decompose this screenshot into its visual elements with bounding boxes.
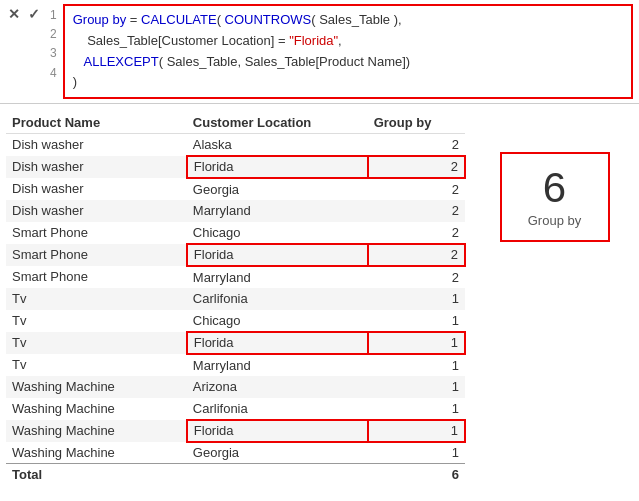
- table-row: TvCarlifonia1: [6, 288, 465, 310]
- table-row: Smart PhoneFlorida2: [6, 244, 465, 266]
- table-row: Washing MachineArizona1: [6, 376, 465, 398]
- total-row: Total 6: [6, 464, 465, 486]
- cell-product: Washing Machine: [6, 398, 187, 420]
- formula-editor[interactable]: Group by = CALCULATE ( COUNTROWS ( Sales…: [63, 4, 633, 99]
- cell-groupby: 1: [368, 442, 465, 464]
- formula-line-1: Group by = CALCULATE ( COUNTROWS ( Sales…: [73, 10, 623, 31]
- data-table: Product Name Customer Location Group by …: [6, 112, 466, 486]
- cell-groupby: 2: [368, 178, 465, 200]
- card-section: 6 Group by: [476, 112, 633, 486]
- formula-line-4: ): [73, 72, 623, 93]
- header-groupby: Group by: [368, 112, 465, 134]
- cell-groupby: 2: [368, 200, 465, 222]
- table-row: Smart PhoneMarryland2: [6, 266, 465, 288]
- header-location: Customer Location: [187, 112, 368, 134]
- table-row: Smart PhoneChicago2: [6, 222, 465, 244]
- cell-groupby: 1: [368, 420, 465, 442]
- cell-groupby: 2: [368, 156, 465, 178]
- cell-product: Tv: [6, 332, 187, 354]
- cell-location: Georgia: [187, 442, 368, 464]
- cell-location: Carlifonia: [187, 398, 368, 420]
- cell-groupby: 1: [368, 376, 465, 398]
- cell-groupby: 1: [368, 398, 465, 420]
- formula-line-2: Sales_Table[Customer Location] = "Florid…: [73, 31, 623, 52]
- cell-location: Georgia: [187, 178, 368, 200]
- cell-product: Washing Machine: [6, 420, 187, 442]
- cell-product: Dish washer: [6, 200, 187, 222]
- formula-icons: ✕ ✓: [6, 4, 42, 22]
- metric-card: 6 Group by: [500, 152, 610, 242]
- formula-line-3: ALLEXCEPT ( Sales_Table, Sales_Table[Pro…: [73, 52, 623, 73]
- cell-groupby: 2: [368, 266, 465, 288]
- cell-product: Smart Phone: [6, 222, 187, 244]
- cell-product: Tv: [6, 288, 187, 310]
- table-header-row: Product Name Customer Location Group by: [6, 112, 465, 134]
- table-row: Dish washerFlorida2: [6, 156, 465, 178]
- cell-location: Marryland: [187, 354, 368, 376]
- table-row: TvChicago1: [6, 310, 465, 332]
- table-row: Dish washerGeorgia2: [6, 178, 465, 200]
- cell-product: Smart Phone: [6, 266, 187, 288]
- cell-groupby: 1: [368, 354, 465, 376]
- formula-bar: ✕ ✓ 1 2 3 4 Group by = CALCULATE ( COUNT…: [0, 0, 639, 104]
- total-empty: [187, 464, 368, 486]
- cell-product: Washing Machine: [6, 376, 187, 398]
- cell-location: Florida: [187, 420, 368, 442]
- cell-product: Washing Machine: [6, 442, 187, 464]
- table-row: TvMarryland1: [6, 354, 465, 376]
- table-row: TvFlorida1: [6, 332, 465, 354]
- metric-label: Group by: [528, 213, 581, 228]
- cell-location: Florida: [187, 156, 368, 178]
- table-row: Dish washerAlaska2: [6, 134, 465, 156]
- table-row: Washing MachineGeorgia1: [6, 442, 465, 464]
- metric-value: 6: [543, 167, 566, 209]
- cell-location: Chicago: [187, 222, 368, 244]
- cell-groupby: 1: [368, 288, 465, 310]
- total-label: Total: [6, 464, 187, 486]
- total-value: 6: [368, 464, 465, 486]
- table-body: Dish washerAlaska2Dish washerFlorida2Dis…: [6, 134, 465, 464]
- confirm-button[interactable]: ✓: [26, 6, 42, 22]
- header-product: Product Name: [6, 112, 187, 134]
- table-row: Washing MachineFlorida1: [6, 420, 465, 442]
- cell-groupby: 2: [368, 222, 465, 244]
- cell-location: Chicago: [187, 310, 368, 332]
- cell-location: Carlifonia: [187, 288, 368, 310]
- cell-location: Marryland: [187, 200, 368, 222]
- table-row: Washing MachineCarlifonia1: [6, 398, 465, 420]
- cell-location: Marryland: [187, 266, 368, 288]
- cell-product: Dish washer: [6, 134, 187, 156]
- main-content: Product Name Customer Location Group by …: [0, 104, 639, 494]
- cell-product: Tv: [6, 354, 187, 376]
- cell-product: Tv: [6, 310, 187, 332]
- cell-groupby: 1: [368, 310, 465, 332]
- cell-location: Florida: [187, 332, 368, 354]
- cell-location: Florida: [187, 244, 368, 266]
- cancel-button[interactable]: ✕: [6, 6, 22, 22]
- cell-location: Arizona: [187, 376, 368, 398]
- cell-product: Dish washer: [6, 178, 187, 200]
- table-row: Dish washerMarryland2: [6, 200, 465, 222]
- cell-groupby: 2: [368, 134, 465, 156]
- cell-groupby: 2: [368, 244, 465, 266]
- cell-product: Dish washer: [6, 156, 187, 178]
- cell-location: Alaska: [187, 134, 368, 156]
- cell-product: Smart Phone: [6, 244, 187, 266]
- table-section: Product Name Customer Location Group by …: [6, 112, 466, 486]
- line-numbers: 1 2 3 4: [50, 4, 57, 83]
- cell-groupby: 1: [368, 332, 465, 354]
